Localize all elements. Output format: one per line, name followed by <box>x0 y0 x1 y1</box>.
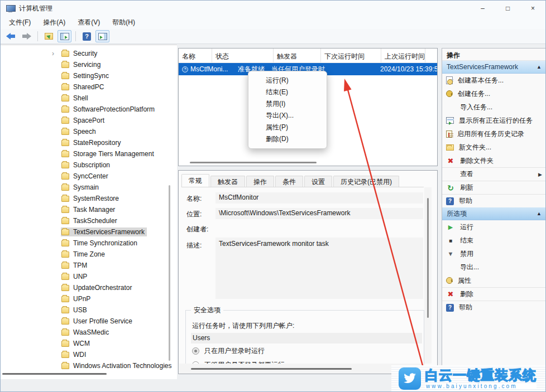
tree-item[interactable]: UPnP <box>1 293 177 304</box>
radio-run-when-logged-on[interactable] <box>192 347 199 355</box>
action-item[interactable]: 结束 <box>442 234 546 247</box>
location-field[interactable]: \Microsoft\Windows\TextServicesFramework <box>215 208 423 219</box>
tab[interactable]: 常规 <box>181 174 209 187</box>
action-item[interactable]: 创建基本任务... <box>442 74 546 87</box>
tree-item[interactable]: Windows Activation Technologies <box>1 360 177 371</box>
tree-item[interactable]: UpdateOrchestrator <box>1 282 177 293</box>
column-header[interactable]: 状态 <box>212 49 274 62</box>
action-item[interactable]: 查看 ▶ <box>442 167 546 181</box>
collapse-icon: ▲ <box>537 64 542 70</box>
name-field[interactable]: MsCtfMonitor <box>215 192 423 204</box>
details-vertical-scrollbar[interactable] <box>427 198 429 318</box>
context-menu-item[interactable]: 禁用(I) <box>248 98 327 110</box>
action-item[interactable]: 删除文件夹 <box>442 154 546 167</box>
action-item[interactable]: 删除 <box>442 287 546 301</box>
tree-item[interactable]: StateRepository <box>1 137 177 148</box>
tree-item[interactable]: SettingSync <box>1 70 177 81</box>
action-item-label: 删除 <box>460 289 473 299</box>
tree-item[interactable]: User Profile Service <box>1 316 177 327</box>
description-label: 描述: <box>186 241 202 250</box>
export-list-button[interactable] <box>42 30 56 42</box>
description-field[interactable]: TextServicesFramework monitor task <box>215 238 423 299</box>
forward-button[interactable] <box>20 30 33 42</box>
tree-item[interactable]: Task Manager <box>1 204 177 215</box>
tree-item[interactable]: Shell <box>1 93 177 104</box>
tab[interactable]: 设置 <box>304 176 332 187</box>
actions-section-header-folder[interactable]: TextServicesFramework ▲ <box>442 61 546 74</box>
column-header[interactable]: 触发器 <box>274 49 321 62</box>
tree-item[interactable]: SpacePort <box>1 115 177 126</box>
details-horizontal-scrollbar[interactable] <box>191 368 352 370</box>
context-menu-item[interactable]: 删除(D) <box>248 133 327 145</box>
action-item[interactable]: 属性 <box>442 274 546 287</box>
context-menu-item[interactable]: 结束(E) <box>248 86 327 98</box>
column-header[interactable]: 下次运行时间 <box>321 49 381 62</box>
folder-icon <box>61 240 69 246</box>
maximize-button[interactable]: □ <box>495 1 520 16</box>
tree-item[interactable]: WaaSMedic <box>1 327 177 338</box>
action-item[interactable]: 运行 <box>442 220 546 234</box>
tree-item[interactable]: SharedPC <box>1 81 177 93</box>
folder-icon <box>61 62 69 68</box>
action-item[interactable]: 新文件夹... <box>442 141 546 154</box>
tree-item[interactable]: Servicing <box>1 59 177 70</box>
tab[interactable]: 操作 <box>246 176 274 187</box>
tab-divider <box>181 187 424 187</box>
action-item[interactable]: 刷新 <box>442 181 546 194</box>
expander-icon[interactable]: › <box>52 50 61 57</box>
tree-item[interactable]: Speech <box>1 126 177 137</box>
tree-item[interactable]: TaskScheduler <box>1 215 177 226</box>
menu-item[interactable]: 操作(A) <box>37 16 71 29</box>
tree-item[interactable]: Subscription <box>1 159 177 171</box>
show-console-tree-button[interactable] <box>58 30 71 42</box>
tree-item[interactable]: SyncCenter <box>1 171 177 182</box>
menu-item[interactable]: 查看(V) <box>71 16 106 29</box>
actions-section-header-selected-item[interactable]: 所选项 ▲ <box>442 207 546 220</box>
menu-item[interactable]: 帮助(H) <box>106 16 141 29</box>
tree-item[interactable]: TPM <box>1 260 177 271</box>
action-item[interactable]: 显示所有正在运行的任务 <box>442 114 546 127</box>
context-menu-item[interactable]: 属性(P) <box>248 122 327 133</box>
show-action-pane-button[interactable] <box>95 30 109 42</box>
action-item[interactable]: 创建任务... <box>442 87 546 100</box>
tree-vertical-scrollbar[interactable] <box>169 185 170 361</box>
back-button[interactable] <box>4 30 18 42</box>
action-item[interactable]: 帮助 <box>442 301 546 314</box>
tree-item[interactable]: USB <box>1 304 177 316</box>
tree-item[interactable]: WCM <box>1 338 177 349</box>
action-item[interactable]: 导入任务... <box>442 100 546 114</box>
creator-field[interactable] <box>215 223 423 234</box>
tab[interactable]: 触发器 <box>210 176 245 187</box>
action-item-label: 刷新 <box>460 183 473 192</box>
task-list-horizontal-scrollbar[interactable] <box>190 162 317 163</box>
tree-horizontal-scrollbar[interactable] <box>2 373 107 375</box>
tree-item[interactable]: Storage Tiers Management <box>1 148 177 159</box>
action-item[interactable]: 禁用 <box>442 247 546 260</box>
action-item[interactable]: 帮助 <box>442 194 546 207</box>
menu-item[interactable]: 文件(F) <box>3 16 37 29</box>
context-menu-item[interactable]: 运行(R) <box>248 75 327 86</box>
tree-item[interactable]: Time Zone <box>1 249 177 260</box>
close-button[interactable]: × <box>520 1 545 16</box>
tree-item[interactable]: SystemRestore <box>1 193 177 204</box>
action-item[interactable]: 启用所有任务历史记录 <box>442 127 546 141</box>
help-button[interactable]: ? <box>80 30 94 42</box>
tab[interactable]: 历史记录(已禁用) <box>333 176 399 187</box>
tree-item[interactable]: TextServicesFramework <box>1 226 177 238</box>
disable-icon <box>446 249 455 258</box>
tree-item[interactable]: WDI <box>1 349 177 360</box>
minimize-button[interactable]: – <box>470 1 495 16</box>
context-menu-item[interactable]: 导出(X)... <box>248 110 327 122</box>
stop-icon <box>446 236 455 245</box>
tab[interactable]: 条件 <box>275 176 303 187</box>
action-item[interactable]: 导出... <box>442 260 546 274</box>
submenu-arrow-icon: ▶ <box>538 172 542 177</box>
tree-item[interactable]: UNP <box>1 271 177 282</box>
tree-item[interactable]: SoftwareProtectionPlatform <box>1 104 177 115</box>
tree-item[interactable]: › Security <box>1 48 177 59</box>
tree-item[interactable]: Sysmain <box>1 182 177 193</box>
column-header[interactable]: 上次运行时间 <box>381 49 425 62</box>
folder-icon <box>61 196 69 202</box>
tree-item[interactable]: Time Synchronization <box>1 238 177 249</box>
column-header[interactable]: 名称 <box>179 49 212 62</box>
